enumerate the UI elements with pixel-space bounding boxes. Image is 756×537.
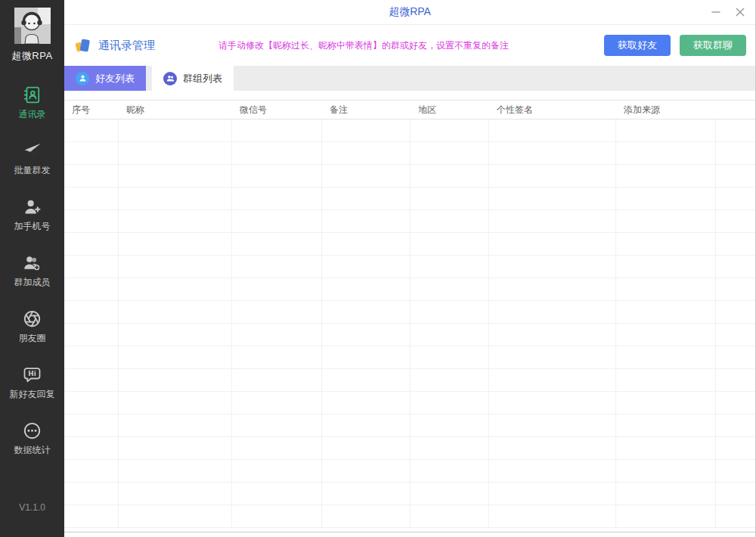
table-cell xyxy=(64,233,119,255)
table-row xyxy=(64,369,755,392)
table-cell xyxy=(411,142,489,164)
sidebar-item-moments[interactable]: 朋友圈 xyxy=(0,309,64,345)
window-title: 超微RPA xyxy=(389,5,431,19)
table-cell xyxy=(119,142,232,164)
app-window: 超微RPA 通讯录 xyxy=(0,0,756,537)
table-cell xyxy=(489,483,616,504)
table-cell xyxy=(64,483,119,504)
hi-bubble-icon: Hi xyxy=(23,365,42,384)
table-cell xyxy=(119,346,232,368)
table-cell xyxy=(411,233,489,255)
close-icon xyxy=(734,6,746,18)
table-cell xyxy=(716,460,755,482)
table-cell xyxy=(411,120,489,141)
table-cell xyxy=(489,256,616,278)
table-cell xyxy=(232,233,322,255)
table-cell xyxy=(232,278,322,300)
table-cell xyxy=(411,346,489,368)
table-cell xyxy=(716,278,755,300)
table-cell xyxy=(489,301,616,323)
tab-group-list[interactable]: 群组列表 xyxy=(152,66,234,91)
header-actions: 获取好友 获取群聊 xyxy=(604,35,746,56)
tab-bar: 好友列表 群组列表 xyxy=(64,66,755,91)
sidebar-item-new-friend-reply[interactable]: Hi 新好友回复 xyxy=(0,365,64,401)
tab-label: 群组列表 xyxy=(183,72,222,85)
sidebar: 超微RPA 通讯录 xyxy=(0,0,64,537)
table-cell xyxy=(489,165,616,187)
table-cell xyxy=(489,437,616,459)
table-cell xyxy=(322,256,411,278)
column-header: 备注 xyxy=(322,101,411,119)
tab-label: 好友列表 xyxy=(95,72,135,85)
minimize-button[interactable] xyxy=(708,5,723,20)
table-row xyxy=(64,256,755,278)
table-body xyxy=(64,120,755,532)
table-cell xyxy=(64,278,119,300)
table-cell xyxy=(322,369,411,391)
table-cell xyxy=(119,460,232,482)
table-row xyxy=(64,120,755,142)
table-cell xyxy=(119,165,232,187)
table-cell xyxy=(489,460,616,482)
contacts-manage-icon xyxy=(75,37,91,54)
sidebar-item-bulk-send[interactable]: 批量群发 xyxy=(0,141,64,177)
table-cell xyxy=(232,392,322,414)
table-cell xyxy=(322,324,411,346)
table-cell xyxy=(411,301,489,323)
table-cell xyxy=(489,414,616,436)
close-button[interactable] xyxy=(733,5,748,20)
table-cell xyxy=(64,301,119,323)
svg-text:Hi: Hi xyxy=(28,370,36,377)
table-cell xyxy=(232,165,322,187)
column-header: 昵称 xyxy=(119,101,232,119)
table-row xyxy=(64,233,755,256)
tab-friends-list[interactable]: 好友列表 xyxy=(64,66,146,91)
main-area: 超微RPA xyxy=(64,0,755,537)
table-cell xyxy=(64,324,119,346)
table-cell xyxy=(232,483,322,504)
table-cell xyxy=(716,256,755,278)
table-cell xyxy=(322,120,411,141)
table-cell xyxy=(489,324,616,346)
table-row xyxy=(64,188,755,210)
table-cell xyxy=(322,188,411,210)
table-cell xyxy=(322,392,411,414)
paper-plane-icon xyxy=(23,141,42,160)
table-cell xyxy=(322,278,411,300)
sidebar-item-add-phone[interactable]: 加手机号 xyxy=(0,197,64,233)
table-row xyxy=(64,505,755,528)
table-cell xyxy=(119,301,232,323)
table-cell xyxy=(616,278,716,300)
table-cell xyxy=(489,233,616,255)
table-cell xyxy=(489,278,616,300)
get-friends-button[interactable]: 获取好友 xyxy=(604,35,671,56)
get-group-chats-button[interactable]: 获取群聊 xyxy=(680,35,746,56)
table-row xyxy=(64,142,755,165)
table-cell xyxy=(616,120,716,141)
table-cell xyxy=(411,437,489,459)
table-cell xyxy=(411,256,489,278)
page-header: 通讯录管理 请手动修改【昵称过长、昵称中带表情】的群或好友，设置不重复的备注 获… xyxy=(64,25,755,66)
table-cell xyxy=(716,392,755,414)
table-cell xyxy=(616,460,716,482)
table-cell xyxy=(616,210,716,232)
table-cell xyxy=(716,483,755,504)
table-cell xyxy=(119,437,232,459)
table-cell xyxy=(716,369,755,391)
table-row xyxy=(64,460,755,483)
table-row xyxy=(64,437,755,460)
page-title: 通讯录管理 xyxy=(98,39,155,53)
sidebar-item-statistics[interactable]: 数据统计 xyxy=(0,421,64,457)
table-cell xyxy=(64,414,119,436)
sidebar-item-group-add-member[interactable]: 群加成员 xyxy=(0,253,64,289)
table-cell xyxy=(716,233,755,255)
table-header-row: 序号昵称微信号备注地区个性签名添加来源 xyxy=(64,100,755,120)
table-cell xyxy=(716,437,755,459)
table-cell xyxy=(119,233,232,255)
sidebar-item-contacts[interactable]: 通讯录 xyxy=(0,85,64,121)
table-cell xyxy=(119,188,232,210)
table-cell xyxy=(232,142,322,164)
sidebar-item-label: 批量群发 xyxy=(14,164,51,177)
table-cell xyxy=(616,369,716,391)
sidebar-item-label: 朋友圈 xyxy=(19,332,46,345)
